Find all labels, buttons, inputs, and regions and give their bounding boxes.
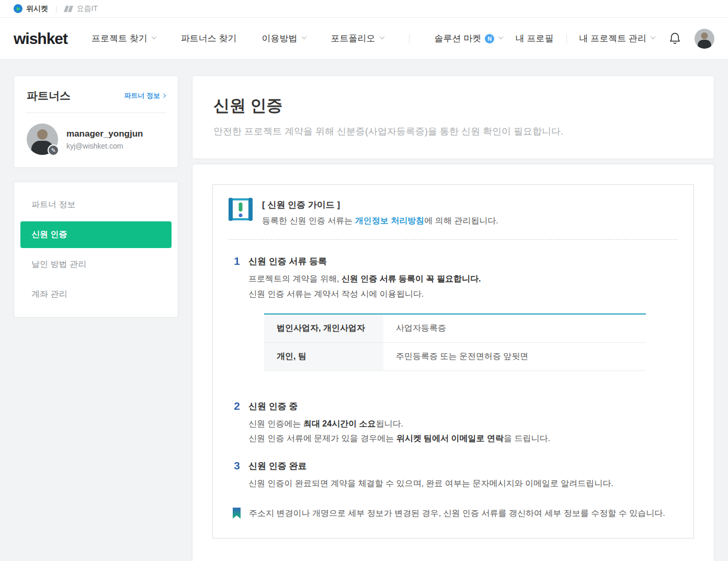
nav-item-label: 솔루션 마켓 bbox=[435, 32, 482, 44]
document-type-table: 법인사업자, 개인사업자 사업자등록증 개인, 팀 주민등록증 또는 운전면허증… bbox=[264, 313, 646, 371]
chevron-down-icon bbox=[151, 34, 156, 39]
chevron-down-icon bbox=[651, 34, 656, 39]
nav-separator bbox=[409, 34, 410, 43]
bookmark-icon bbox=[233, 508, 241, 519]
nav-item-find-projects[interactable]: 프로젝트 찾기 bbox=[92, 32, 156, 44]
chevron-down-icon bbox=[498, 34, 504, 39]
user-email: kyj@wishket.com bbox=[66, 142, 143, 150]
step-text: 신원 인증 서류는 계약서 작성 시에 이용됩니다. bbox=[248, 289, 424, 298]
utility-wishket-label: 위시켓 bbox=[26, 4, 48, 14]
step-title: 신원 인증 서류 등록 bbox=[248, 254, 646, 267]
chevron-right-icon bbox=[162, 94, 166, 98]
step-text: 을 드립니다. bbox=[504, 434, 550, 443]
table-row-value: 사업자등록증 bbox=[383, 314, 646, 343]
sidebar-item-partner-info[interactable]: 파트너 정보 bbox=[20, 192, 172, 218]
guide-step-2: 2 신원 인증 중 신원 인증에는 최대 24시간이 소요됩니다. 신원 인증 … bbox=[229, 399, 678, 447]
nav-item-label: 프로젝트 찾기 bbox=[92, 32, 147, 44]
nav-right: 내 프로필 내 프로젝트 관리 bbox=[516, 29, 714, 49]
wishket-logo[interactable]: wishket bbox=[14, 30, 67, 48]
privacy-policy-link[interactable]: 개인정보 처리방침 bbox=[355, 216, 424, 225]
nav-item-label: 이용방법 bbox=[262, 32, 298, 44]
utility-yozm-label: 요즘IT bbox=[76, 4, 97, 14]
page-header-card: 신원 인증 안전한 프로젝트 계약을 위해 신분증(사업자등록증)을 통한 신원… bbox=[192, 75, 714, 159]
sidebar-item-account-management[interactable]: 계좌 관리 bbox=[20, 281, 172, 308]
notification-bell-icon[interactable] bbox=[667, 31, 682, 46]
guide-step-1: 1 신원 인증 서류 등록 프로젝트의 계약을 위해, 신원 인증 서류 등록이… bbox=[229, 254, 678, 387]
wishket-circle-icon bbox=[14, 4, 22, 13]
user-name: manager_yongjun bbox=[66, 129, 143, 139]
step-text-bold: 위시켓 팀에서 이메일로 연락 bbox=[396, 434, 504, 443]
sidebar-menu: 파트너 정보 신원 인증 날인 방법 관리 계좌 관리 bbox=[14, 182, 178, 318]
step-number: 1 bbox=[233, 254, 241, 387]
nav-item-label: 내 프로젝트 관리 bbox=[579, 32, 646, 44]
nav-item-label: 내 프로필 bbox=[516, 32, 554, 44]
main-column: 신원 인증 안전한 프로젝트 계약을 위해 신분증(사업자등록증)을 통한 신원… bbox=[192, 75, 714, 561]
sidebar-title: 파트너스 bbox=[27, 88, 71, 103]
utility-yozm-link[interactable]: 요즘IT bbox=[64, 4, 97, 14]
guide-note-text: 주소지 변경이나 개명으로 세부 정보가 변경된 경우, 신원 인증 서류를 갱… bbox=[249, 506, 665, 521]
table-row-value: 주민등록증 또는 운전면허증 앞뒷면 bbox=[383, 342, 646, 371]
guide-step-3: 3 신원 인증 완료 신원 인증이 완료되면 계약을 체결할 수 있으며, 완료… bbox=[229, 459, 678, 491]
nav-item-find-partners[interactable]: 파트너스 찾기 bbox=[181, 32, 237, 44]
verification-guide-box: [ 신원 인증 가이드 ] 등록한 신원 인증 서류는 개인정보 처리방침에 의… bbox=[212, 184, 694, 538]
page-body-card: [ 신원 인증 가이드 ] 등록한 신원 인증 서류는 개인정보 처리방침에 의… bbox=[192, 164, 714, 561]
partner-info-link-label: 파트너 정보 bbox=[124, 91, 160, 100]
guide-intro-post: 에 의해 관리됩니다. bbox=[424, 216, 498, 225]
step-number: 2 bbox=[233, 399, 241, 447]
guide-title: [ 신원 인증 가이드 ] bbox=[262, 198, 498, 211]
main-navigation: wishket 프로젝트 찾기 파트너스 찾기 이용방법 포트폴리오 솔루션 마… bbox=[0, 18, 728, 60]
divider bbox=[26, 113, 166, 113]
nav-menu: 프로젝트 찾기 파트너스 찾기 이용방법 포트폴리오 솔루션 마켓 N bbox=[92, 32, 503, 44]
table-row: 법인사업자, 개인사업자 사업자등록증 bbox=[264, 314, 646, 343]
step-text: 신원 인증 서류에 문제가 있을 경우에는 bbox=[248, 434, 396, 443]
yozm-it-icon bbox=[64, 6, 73, 12]
edit-avatar-icon[interactable]: ✎ bbox=[48, 144, 59, 156]
alert-scroll-icon bbox=[229, 198, 253, 220]
guide-intro-pre: 등록한 신원 인증 서류는 bbox=[262, 216, 355, 225]
partner-info-link[interactable]: 파트너 정보 bbox=[124, 91, 165, 100]
utility-bar: 위시켓 | 요즘IT bbox=[0, 0, 728, 18]
utility-separator: | bbox=[55, 5, 57, 13]
nav-item-my-profile[interactable]: 내 프로필 bbox=[516, 32, 554, 44]
partner-profile-card: 파트너스 파트너 정보 ✎ manager_yongjun kyj@wishke… bbox=[14, 75, 178, 168]
step-text: 프로젝트의 계약을 위해, bbox=[248, 274, 342, 283]
nav-separator bbox=[566, 34, 567, 43]
nav-item-solution-market[interactable]: 솔루션 마켓 N bbox=[435, 32, 503, 44]
chevron-down-icon bbox=[301, 34, 306, 39]
guide-note: 주소지 변경이나 개명으로 세부 정보가 변경된 경우, 신원 인증 서류를 갱… bbox=[229, 506, 678, 521]
nav-item-how-to-use[interactable]: 이용방법 bbox=[262, 32, 306, 44]
utility-wishket-link[interactable]: 위시켓 bbox=[14, 4, 48, 14]
sidebar-item-identity-verification[interactable]: 신원 인증 bbox=[20, 221, 172, 248]
step-text-bold: 신원 인증 서류 등록이 꼭 필요합니다. bbox=[342, 274, 481, 283]
chevron-down-icon bbox=[379, 34, 384, 39]
content-area: 파트너스 파트너 정보 ✎ manager_yongjun kyj@wishke… bbox=[0, 60, 728, 561]
step-title: 신원 인증 완료 bbox=[248, 459, 613, 472]
step-text-bold: 최대 24시간이 소요 bbox=[303, 419, 376, 428]
step-line: 신원 인증에는 최대 24시간이 소요됩니다. 신원 인증 서류에 문제가 있을… bbox=[248, 417, 550, 447]
nav-item-label: 포트폴리오 bbox=[331, 32, 376, 44]
sidebar: 파트너스 파트너 정보 ✎ manager_yongjun kyj@wishke… bbox=[14, 75, 178, 318]
nav-item-label: 파트너스 찾기 bbox=[181, 32, 237, 44]
nav-item-portfolio[interactable]: 포트폴리오 bbox=[331, 32, 384, 44]
step-text: 신원 인증에는 bbox=[248, 419, 303, 428]
guide-intro: 등록한 신원 인증 서류는 개인정보 처리방침에 의해 관리됩니다. bbox=[262, 216, 498, 227]
page-title: 신원 인증 bbox=[213, 95, 693, 117]
table-row: 개인, 팀 주민등록증 또는 운전면허증 앞뒷면 bbox=[264, 342, 646, 371]
table-row-label: 개인, 팀 bbox=[264, 342, 383, 371]
step-title: 신원 인증 중 bbox=[248, 399, 550, 412]
step-line: 신원 인증이 완료되면 계약을 체결할 수 있으며, 완료 여부는 문자메시지와… bbox=[248, 476, 613, 491]
dashed-divider bbox=[229, 239, 678, 240]
table-row-label: 법인사업자, 개인사업자 bbox=[264, 314, 383, 343]
user-avatar[interactable] bbox=[695, 29, 714, 49]
step-text: 됩니다. bbox=[376, 419, 403, 428]
page-subtitle: 안전한 프로젝트 계약을 위해 신분증(사업자등록증)을 통한 신원 확인이 필… bbox=[213, 125, 693, 138]
step-number: 3 bbox=[233, 459, 241, 491]
sidebar-item-seal-management[interactable]: 날인 방법 관리 bbox=[20, 251, 172, 278]
new-badge: N bbox=[485, 34, 494, 43]
nav-item-my-project-management[interactable]: 내 프로젝트 관리 bbox=[579, 32, 655, 44]
step-line: 프로젝트의 계약을 위해, 신원 인증 서류 등록이 꼭 필요합니다. 신원 인… bbox=[248, 272, 646, 302]
